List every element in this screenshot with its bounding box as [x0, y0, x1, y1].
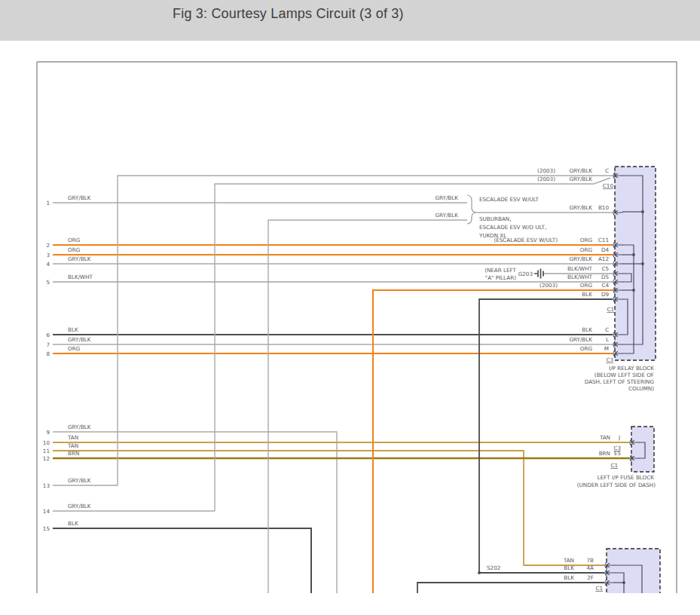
junction-dot	[632, 253, 635, 256]
wire-12-number: 12	[43, 455, 50, 462]
pin-c11-note: (ESCALADE ESV W/ULT)	[494, 237, 558, 243]
pin-c5-id: C5	[601, 265, 609, 272]
brace-icon	[467, 195, 477, 224]
junction-dot	[641, 262, 644, 265]
diagram-content: 1GRY/BLK2ORG3ORG4GRY/BLK5BLK/WHT6BLK7GRY…	[37, 62, 677, 601]
wire-d9	[479, 299, 613, 573]
connector-c3-id: C3	[606, 356, 613, 363]
wire-11-label: TAN	[67, 442, 78, 449]
wire-6-number: 6	[46, 332, 50, 338]
wire-9-number: 9	[46, 429, 50, 436]
pin-7b-wire: TAN	[563, 557, 574, 564]
brace-input-1-label: GRY/BLK	[435, 194, 458, 201]
wire-9	[53, 432, 337, 594]
pin-d9-wire: BLK	[582, 291, 592, 298]
wire-3-label: ORG	[68, 246, 80, 253]
ground-id: G203	[518, 271, 533, 277]
pin-c5-wire: BLK/WHT	[567, 265, 593, 272]
pin-e5-wire: BRN	[599, 450, 610, 457]
splice-id: S202	[487, 565, 500, 571]
wire-9-label: GRY/BLK	[68, 424, 91, 430]
wiring-diagram: 1GRY/BLK2ORG3ORG4GRY/BLK5BLK/WHT6BLK7GRY…	[0, 0, 700, 615]
wire-15	[53, 528, 311, 594]
pin-b10-id: B10	[598, 204, 610, 211]
relay-block-loc-1: (BELOW LEFT SIDE OF	[595, 372, 654, 378]
connector-c1-id: C1	[607, 306, 614, 313]
wire-2f	[417, 583, 604, 594]
left-ip-fuse-block	[631, 427, 654, 472]
pin-l-id: L	[606, 336, 609, 343]
pin-a12-wire: GRY/BLK	[569, 255, 592, 262]
wire-2-label: ORG	[68, 237, 80, 243]
wire-1-number: 1	[46, 200, 50, 207]
pin-j-id: J	[618, 434, 620, 441]
pin-2f-id: 2F	[587, 574, 594, 581]
wire-10-label: TAN	[67, 434, 78, 441]
wire-13-label: GRY/BLK	[68, 477, 91, 484]
fuse-connector-c1-id: C1	[610, 462, 618, 469]
wire-2-number: 2	[46, 242, 50, 249]
relay-block-loc-3: COLUMN)	[628, 385, 654, 392]
pin-c-id: C	[605, 167, 609, 174]
wire-14-number: 14	[43, 508, 50, 515]
pin-m-id: M	[604, 345, 609, 352]
wire-12-label: BRN	[68, 450, 79, 457]
pin-m-wire: ORG	[580, 345, 592, 352]
wire-3-number: 3	[46, 252, 50, 259]
ground-note-line-1: (NEAR LEFT	[484, 267, 516, 274]
bottom-connector-c1-id: C1	[595, 585, 603, 592]
brace-note-2: SUBURBAN,	[479, 216, 512, 222]
wire-4-number: 4	[46, 261, 50, 268]
wire-15-label: BLK	[68, 520, 78, 527]
pin-c4-id: C4	[601, 282, 609, 289]
pin-c4-note: (2003)	[540, 282, 558, 289]
wire-8-label: ORG	[68, 345, 80, 352]
wire-8-number: 8	[46, 350, 50, 357]
relay-block-loc-2: DASH, LEFT OF STEERING	[585, 378, 654, 385]
wire-6-label: BLK	[68, 326, 78, 333]
pin-cbot-wire: BLK	[582, 326, 592, 333]
brace-note-1: ESCALADE ESV W/ULT	[479, 196, 540, 203]
wire-1-label: GRY/BLK	[68, 194, 91, 201]
wire-7-label: GRY/BLK	[68, 336, 91, 343]
wire-11-number: 11	[43, 448, 50, 454]
pin-2f-wire: BLK	[564, 574, 574, 581]
wire-13-number: 13	[43, 482, 50, 489]
pin-d4-id: D4	[601, 246, 610, 253]
wire-14-label: GRY/BLK	[68, 503, 91, 509]
pin-4a-id: 4A	[587, 565, 595, 571]
pin-4a-wire: BLK	[564, 565, 574, 571]
pin-c11-id: C11	[598, 237, 609, 243]
connector-c10-id: C10	[603, 182, 614, 189]
ground-note-line-2: "A" PILLAR)	[485, 274, 516, 281]
wire-5-number: 5	[46, 279, 50, 286]
pin-c4-wire: ORG	[580, 282, 592, 289]
bottom-fuse-block	[607, 549, 660, 601]
pin-c10-wire: GRY/BLK	[569, 176, 592, 182]
junction-dot	[632, 289, 635, 292]
pin-c10-note: (2003)	[537, 176, 555, 182]
pin-a12-id: A12	[598, 255, 609, 262]
pin-j-wire: TAN	[599, 434, 610, 441]
pin-e5-id: E5	[614, 450, 621, 457]
pin-l-wire: GRY/BLK	[569, 336, 592, 343]
wire-11	[53, 451, 604, 565]
pin-b10-wire: GRY/BLK	[569, 204, 592, 211]
pin-c-wire: GRY/BLK	[569, 167, 592, 174]
wire-7-number: 7	[46, 341, 50, 348]
wire-4-label: GRY/BLK	[68, 255, 91, 262]
brace-input-2-label: GRY/BLK	[435, 212, 458, 219]
relay-block-name: I/P RELAY BLOCK	[609, 365, 654, 372]
ground-icon	[534, 269, 543, 279]
splice-dot	[478, 571, 481, 574]
wire-brace-2	[268, 220, 467, 594]
junction-dot	[622, 581, 625, 584]
pin-c-note: (2003)	[537, 167, 555, 174]
wire-top-c	[118, 176, 613, 485]
fuse-block-name: LEFT I/P FUSE BLOCK	[598, 474, 655, 481]
wire-5-label: BLK/WHT	[68, 274, 93, 280]
pin-d5-id: D5	[601, 274, 609, 280]
fuse-block-loc: (UNDER LEFT SIDE OF DASH)	[577, 482, 656, 488]
junction-dot	[641, 210, 644, 213]
pin-d4-wire: ORG	[580, 246, 592, 253]
